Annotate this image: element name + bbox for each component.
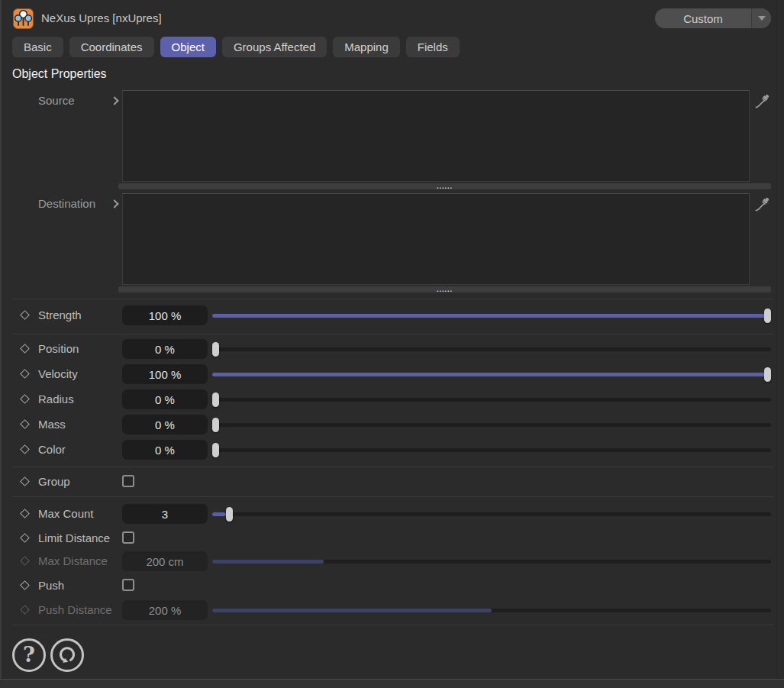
- separator: [12, 467, 773, 467]
- radius-slider[interactable]: [212, 392, 771, 407]
- slider-handle[interactable]: [764, 367, 771, 382]
- destination-expand-chevron-icon[interactable]: [110, 199, 118, 208]
- param-row-max-distance: Max Distance 200 cm: [0, 551, 784, 572]
- keyframe-diamond-icon: [20, 605, 30, 615]
- section-title-object-properties: Object Properties: [12, 67, 107, 81]
- chevron-down-icon: [758, 16, 766, 21]
- tab-groups-affected[interactable]: Groups Affected: [222, 37, 327, 57]
- push-distance-value-field: 200 %: [122, 600, 208, 620]
- mass-value-field[interactable]: 0 %: [122, 415, 208, 434]
- source-label: Source: [38, 94, 75, 107]
- preset-dropdown-arrow-button[interactable]: [751, 8, 771, 28]
- tab-basic[interactable]: Basic: [12, 37, 63, 57]
- tab-object[interactable]: Object: [160, 37, 216, 57]
- keyframe-diamond-icon[interactable]: [20, 444, 30, 454]
- param-row-max-count: Max Count 3: [0, 504, 784, 525]
- source-link-box[interactable]: [122, 90, 750, 182]
- param-row-push: Push: [0, 576, 784, 596]
- keyframe-diamond-icon[interactable]: [20, 509, 30, 518]
- limit-distance-label: Limit Distance: [38, 531, 110, 544]
- source-expand-chevron-icon[interactable]: [110, 96, 118, 105]
- source-eyedropper-icon[interactable]: [753, 92, 771, 110]
- preset-dropdown-value[interactable]: Custom: [655, 8, 751, 28]
- destination-label: Destination: [38, 197, 95, 210]
- separator: [12, 625, 773, 625]
- slider-handle[interactable]: [212, 443, 219, 457]
- destination-link-row: Destination: [0, 193, 784, 285]
- color-value-field[interactable]: 0 %: [122, 440, 208, 460]
- param-row-velocity: Velocity 100 %: [0, 364, 784, 385]
- max-count-label: Max Count: [38, 507, 94, 520]
- push-distance-slider: [212, 603, 771, 618]
- position-value-field[interactable]: 0 %: [122, 339, 208, 359]
- position-label: Position: [38, 342, 79, 355]
- push-distance-label: Push Distance: [38, 603, 112, 616]
- separator: [12, 496, 773, 497]
- group-label: Group: [38, 475, 70, 488]
- keyframe-diamond-icon[interactable]: [20, 310, 30, 320]
- color-slider[interactable]: [212, 443, 771, 457]
- param-row-strength: Strength 100 %: [0, 305, 784, 326]
- slider-fill: [212, 560, 324, 564]
- help-button[interactable]: ?: [12, 638, 46, 672]
- strength-label: Strength: [38, 308, 82, 321]
- velocity-value-field[interactable]: 100 %: [122, 364, 208, 384]
- strength-slider[interactable]: [212, 308, 771, 323]
- color-label: Color: [38, 443, 66, 456]
- window-bottom-edge: [0, 679, 784, 688]
- keyframe-diamond-icon: [20, 556, 30, 566]
- velocity-label: Velocity: [38, 367, 78, 380]
- push-checkbox[interactable]: [122, 579, 134, 591]
- velocity-slider[interactable]: [212, 367, 771, 382]
- reset-arrow-icon: [56, 644, 78, 666]
- tab-fields[interactable]: Fields: [406, 37, 460, 57]
- param-row-push-distance: Push Distance 200 %: [0, 600, 784, 621]
- push-label: Push: [38, 579, 64, 592]
- max-count-slider[interactable]: [212, 507, 771, 522]
- mass-slider[interactable]: [212, 418, 771, 432]
- tab-bar: Basic Coordinates Object Groups Affected…: [12, 37, 460, 57]
- source-link-row: Source: [0, 90, 784, 182]
- tab-mapping[interactable]: Mapping: [333, 37, 400, 57]
- param-row-radius: Radius 0 %: [0, 389, 784, 410]
- param-row-group: Group: [0, 472, 784, 493]
- keyframe-diamond-icon[interactable]: [20, 369, 30, 379]
- keyframe-diamond-icon[interactable]: [20, 580, 30, 590]
- keyframe-diamond-icon[interactable]: [20, 533, 30, 543]
- limit-distance-checkbox[interactable]: [122, 531, 134, 544]
- slider-fill: [212, 373, 771, 376]
- window-title: NeXus Upres [nxUpres]: [41, 11, 162, 24]
- destination-link-box[interactable]: [122, 193, 750, 285]
- separator: [12, 334, 773, 334]
- destination-eyedropper-icon[interactable]: [753, 195, 771, 213]
- slider-handle[interactable]: [212, 418, 219, 432]
- tab-coordinates[interactable]: Coordinates: [69, 37, 154, 57]
- reset-button[interactable]: [50, 638, 84, 672]
- strength-value-field[interactable]: 100 %: [122, 305, 208, 325]
- preset-dropdown[interactable]: Custom: [655, 8, 771, 28]
- slider-fill: [212, 609, 492, 612]
- slider-handle[interactable]: [212, 342, 219, 357]
- position-slider[interactable]: [212, 342, 771, 357]
- keyframe-diamond-icon[interactable]: [20, 419, 30, 429]
- max-distance-label: Max Distance: [38, 554, 108, 567]
- keyframe-diamond-icon[interactable]: [20, 394, 30, 404]
- param-row-position: Position 0 %: [0, 339, 784, 360]
- keyframe-diamond-icon[interactable]: [20, 344, 30, 354]
- param-row-color: Color 0 %: [0, 440, 784, 460]
- group-checkbox[interactable]: [122, 475, 134, 487]
- param-row-mass: Mass 0 %: [0, 415, 784, 435]
- max-distance-slider: [212, 554, 771, 569]
- keyframe-diamond-icon[interactable]: [20, 476, 30, 486]
- destination-box-resize-handle[interactable]: ......: [118, 286, 771, 292]
- slider-handle[interactable]: [212, 392, 219, 407]
- max-count-value-field[interactable]: 3: [122, 504, 208, 524]
- title-bar: NeXus Upres [nxUpres] Custom: [0, 0, 784, 37]
- question-mark-icon: ?: [23, 643, 35, 667]
- source-box-resize-handle[interactable]: ......: [118, 183, 771, 189]
- slider-handle[interactable]: [764, 308, 771, 323]
- slider-fill: [212, 512, 226, 516]
- radius-value-field[interactable]: 0 %: [122, 389, 208, 409]
- nexus-object-icon: [13, 8, 34, 29]
- slider-handle[interactable]: [226, 507, 233, 522]
